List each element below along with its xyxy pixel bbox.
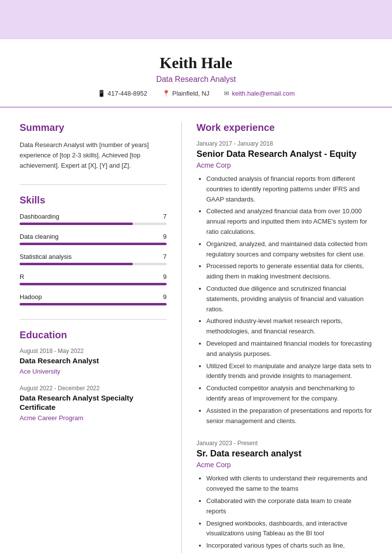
skill-header: R 9 <box>20 273 167 280</box>
skill-header: Dashboarding 7 <box>20 213 167 220</box>
skill-item: R 9 <box>20 273 167 285</box>
skills-title: Skills <box>20 195 167 206</box>
skill-item: Hadoop 9 <box>20 293 167 305</box>
location-text: Plainfield, NJ <box>172 90 210 97</box>
education-item: August 2022 - December 2022 Data Researc… <box>20 385 167 422</box>
work-bullet: Conducted analysis of financial reports … <box>206 174 372 204</box>
skill-score: 9 <box>163 233 167 240</box>
header-section: Keith Hale Data Research Analyst 📱 417-4… <box>0 39 392 107</box>
work-title: Sr. Data research analyst <box>196 449 372 459</box>
edu-school: Acme Career Program <box>20 414 167 422</box>
summary-title: Summary <box>20 122 167 133</box>
phone-contact: 📱 417-448-8952 <box>98 90 147 97</box>
skill-name: Statistical analysis <box>20 253 72 260</box>
work-bullet: Assisted in the preparation of presentat… <box>206 406 372 427</box>
skill-item: Statistical analysis 7 <box>20 253 167 265</box>
top-banner <box>0 0 392 39</box>
skill-score: 7 <box>163 253 167 260</box>
work-date: January 2023 - Present <box>196 440 372 447</box>
phone-number: 417-448-8952 <box>108 90 147 97</box>
education-item: August 2018 - May 2022 Data Research Ana… <box>20 348 167 375</box>
skill-header: Data cleaning 9 <box>20 233 167 240</box>
summary-text: Data Research Analyst with [number of ye… <box>20 140 167 171</box>
phone-icon: 📱 <box>98 90 105 97</box>
work-bullets: Worked with clients to understand their … <box>196 474 372 553</box>
skill-item: Data cleaning 9 <box>20 233 167 245</box>
skills-section: Skills Dashboarding 7 Data cleaning 9 St… <box>20 195 167 305</box>
email-icon: ✉ <box>224 90 229 97</box>
skill-name: Hadoop <box>20 293 42 301</box>
candidate-name: Keith Hale <box>29 54 363 72</box>
skill-bar-fill <box>20 223 133 225</box>
edu-school: Ace University <box>20 368 167 375</box>
skill-bar-bg <box>20 243 167 245</box>
edu-date: August 2022 - December 2022 <box>20 385 167 392</box>
skill-bar-fill <box>20 243 167 245</box>
skill-bar-bg <box>20 283 167 285</box>
work-bullet: Processed reports to generate essential … <box>206 261 372 282</box>
work-bullet: Designed workbooks, dashboards, and inte… <box>206 519 372 539</box>
work-company: Acme Corp <box>196 461 372 469</box>
skill-bar-bg <box>20 263 167 265</box>
skill-name: Dashboarding <box>20 213 59 220</box>
work-list: January 2017 - January 2018 Senior Data … <box>196 140 372 553</box>
skill-score: 9 <box>163 273 167 280</box>
location-contact: 📍 Plainfield, NJ <box>162 90 210 97</box>
skill-header: Hadoop 9 <box>20 293 167 301</box>
skill-score: 7 <box>163 213 167 220</box>
work-date: January 2017 - January 2018 <box>196 140 372 147</box>
edu-degree: Data Research Analyst Specialty Certific… <box>20 393 167 412</box>
work-bullet: Worked with clients to understand their … <box>206 474 372 494</box>
skills-list: Dashboarding 7 Data cleaning 9 Statistic… <box>20 213 167 305</box>
edu-degree: Data Research Analyst <box>20 356 167 366</box>
work-item: January 2017 - January 2018 Senior Data … <box>196 140 372 426</box>
work-company: Acme Corp <box>196 161 372 169</box>
resume-page: Keith Hale Data Research Analyst 📱 417-4… <box>0 0 392 553</box>
work-bullets: Conducted analysis of financial reports … <box>196 174 372 426</box>
divider-2 <box>20 319 167 320</box>
skill-bar-bg <box>20 303 167 305</box>
edu-date: August 2018 - May 2022 <box>20 348 167 354</box>
main-content: Summary Data Research Analyst with [numb… <box>0 107 392 553</box>
education-title: Education <box>20 329 167 341</box>
education-list: August 2018 - May 2022 Data Research Ana… <box>20 348 167 422</box>
skill-bar-fill <box>20 303 167 305</box>
skill-bar-fill <box>20 283 167 285</box>
work-bullet: Organized, analyzed, and maintained data… <box>206 239 372 260</box>
left-column: Summary Data Research Analyst with [numb… <box>20 122 167 553</box>
email-link[interactable]: keith.hale@email.com <box>232 90 294 97</box>
skill-score: 9 <box>163 293 167 301</box>
candidate-title: Data Research Analyst <box>29 75 363 84</box>
summary-section: Summary Data Research Analyst with [numb… <box>20 122 167 171</box>
work-bullet: Collaborated with the corporate data tea… <box>206 496 372 517</box>
education-section: Education August 2018 - May 2022 Data Re… <box>20 329 167 422</box>
skill-item: Dashboarding 7 <box>20 213 167 225</box>
skill-bar-bg <box>20 223 167 225</box>
right-column: Work experience January 2017 - January 2… <box>181 122 372 553</box>
skill-name: R <box>20 273 24 280</box>
email-contact: ✉ keith.hale@email.com <box>224 90 294 97</box>
work-experience-title: Work experience <box>196 122 372 133</box>
work-bullet: Utilized Excel to manipulate and analyze… <box>206 361 372 382</box>
skill-bar-fill <box>20 263 133 265</box>
work-item: January 2023 - Present Sr. Data research… <box>196 440 372 553</box>
work-title: Senior Data Research Analyst - Equity <box>196 149 372 159</box>
work-bullet: Developed and maintained financial model… <box>206 339 372 359</box>
work-bullet: Conducted due diligence and scrutinized … <box>206 284 372 314</box>
divider-1 <box>20 184 167 185</box>
location-icon: 📍 <box>162 90 170 97</box>
work-bullet: Collected and analyzed financial data fr… <box>206 206 372 237</box>
work-bullet: Incorporated various types of charts suc… <box>206 541 372 553</box>
skill-name: Data cleaning <box>20 233 59 240</box>
work-bullet: Authored industry-level market research … <box>206 316 372 337</box>
work-bullet: Conducted competitor analysis and benchm… <box>206 383 372 404</box>
skill-header: Statistical analysis 7 <box>20 253 167 260</box>
contact-row: 📱 417-448-8952 📍 Plainfield, NJ ✉ keith.… <box>29 90 363 97</box>
